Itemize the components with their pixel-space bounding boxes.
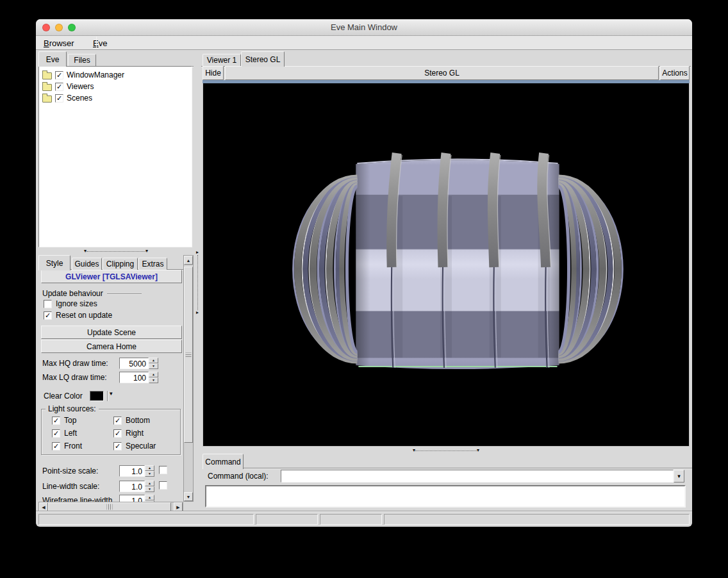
combo-dropdown-icon[interactable]: ▾: [674, 470, 684, 483]
gl-viewport[interactable]: [203, 83, 690, 447]
scroll-right-icon[interactable]: ▶: [174, 502, 183, 511]
light-left-row: ✓ Left: [52, 429, 77, 438]
line-width-spinner: ▲ ▼: [145, 481, 154, 492]
spin-down-icon[interactable]: ▼: [149, 377, 158, 383]
spin-up-icon[interactable]: ▲: [145, 481, 154, 486]
tree-item-viewers[interactable]: ✓ Viewers: [40, 81, 190, 92]
spin-up-icon[interactable]: ▲: [145, 495, 154, 500]
command-combobox: ▾: [281, 470, 684, 483]
light-front-checkbox[interactable]: ✓: [52, 442, 60, 450]
viewer-command-splitter[interactable]: ▾ ▾: [203, 447, 690, 454]
max-lq-label-row: Max LQ draw time:: [42, 373, 107, 382]
line-width-checkbox[interactable]: [159, 481, 167, 490]
glviewer-button[interactable]: GLViewer [TGLSAViewer]: [41, 270, 182, 283]
status-bar: [36, 511, 692, 527]
light-bottom-checkbox[interactable]: ✓: [113, 417, 122, 425]
checkbox-windowmanager[interactable]: ✓: [55, 71, 63, 79]
scrollbar-thumb[interactable]: [184, 267, 193, 443]
wireframe-field[interactable]: 1.0: [119, 495, 145, 502]
spin-up-icon[interactable]: ▲: [149, 372, 158, 377]
splitter-dots: [197, 255, 198, 310]
menu-bar: Browser Eve: [36, 36, 692, 50]
spin-down-icon[interactable]: ▼: [145, 486, 154, 492]
light-specular-checkbox[interactable]: ✓: [113, 442, 122, 450]
menu-eve[interactable]: Eve: [89, 38, 111, 49]
ignore-sizes-checkbox[interactable]: [44, 300, 52, 308]
scroll-left-icon[interactable]: ◀: [39, 502, 48, 511]
tab-clipping[interactable]: Clipping: [103, 258, 138, 270]
command-tabbar: Command: [203, 454, 692, 468]
thumb-grip: [186, 352, 192, 357]
scroll-up-icon[interactable]: ▲: [184, 256, 193, 265]
tab-eve[interactable]: Eve: [38, 51, 67, 67]
tree-item-scenes[interactable]: ✓ Scenes: [40, 92, 190, 104]
actions-button[interactable]: Actions: [660, 66, 690, 80]
spin-up-icon[interactable]: ▲: [149, 358, 158, 363]
tree-item-windowmanager[interactable]: ✓ WindowManager: [40, 69, 190, 81]
tab-extras-label: Extras: [142, 260, 163, 268]
color-dropdown-icon[interactable]: ▾: [110, 390, 113, 397]
tab-viewer-1[interactable]: Viewer 1: [203, 54, 241, 66]
update-scene-button[interactable]: Update Scene: [41, 326, 182, 339]
point-size-spinner: ▲ ▼: [145, 465, 154, 477]
tab-command[interactable]: Command: [203, 454, 244, 469]
max-lq-field[interactable]: 100: [119, 372, 149, 383]
spin-down-icon[interactable]: ▼: [145, 471, 154, 477]
folder-icon: [42, 95, 52, 103]
window-title: Eve Main Window: [36, 22, 692, 32]
max-hq-spinner: ▲ ▼: [149, 358, 158, 369]
hide-button[interactable]: Hide: [203, 66, 224, 80]
reset-on-update-checkbox[interactable]: ✓: [44, 311, 52, 320]
status-cell: [38, 514, 254, 525]
tab-viewer1-label: Viewer 1: [207, 56, 236, 65]
reset-on-update-row: ✓ Reset on update: [44, 311, 112, 320]
command-output: [205, 485, 686, 508]
wireframe-spinner: ▲ ▼: [145, 495, 154, 502]
light-bottom-row: ✓ Bottom: [113, 416, 150, 425]
tab-stereo-gl[interactable]: Stereo GL: [241, 51, 285, 67]
point-size-checkbox[interactable]: [159, 466, 167, 474]
light-left-checkbox[interactable]: ✓: [52, 429, 60, 438]
max-hq-field[interactable]: 5000: [119, 358, 149, 369]
title-bar[interactable]: Eve Main Window: [36, 19, 692, 36]
sidebar-tabbar: Eve Files: [38, 51, 194, 67]
sidebar-viewer-splitter[interactable]: ▸ ▸: [194, 247, 201, 318]
light-top-checkbox[interactable]: ✓: [52, 417, 60, 425]
command-label-row: Command (local):: [208, 472, 269, 481]
scroll-down-icon[interactable]: ▼: [184, 492, 193, 501]
light-right-label: Right: [126, 429, 144, 438]
scrollbar-thumb[interactable]: [48, 502, 171, 511]
tab-files[interactable]: Files: [68, 54, 96, 66]
menu-browser[interactable]: Browser: [40, 38, 78, 49]
command-input[interactable]: [281, 470, 674, 483]
camera-home-button[interactable]: Camera Home: [41, 340, 182, 353]
viewer-title-bar[interactable]: Stereo GL: [225, 66, 659, 80]
spin-down-icon[interactable]: ▼: [149, 363, 158, 369]
tree-item-label: Scenes: [67, 94, 92, 103]
checkbox-viewers[interactable]: ✓: [55, 83, 63, 91]
point-size-field[interactable]: 1.0: [119, 465, 145, 477]
tab-extras[interactable]: Extras: [138, 258, 167, 270]
splitter-dots: [415, 450, 477, 451]
tree-item-label: Viewers: [67, 82, 94, 91]
tab-style[interactable]: Style: [38, 255, 70, 270]
reset-on-update-label: Reset on update: [56, 311, 112, 320]
light-top-label: Top: [64, 416, 76, 425]
tab-files-label: Files: [74, 56, 90, 65]
clear-color-swatch[interactable]: [90, 391, 104, 401]
tab-guides[interactable]: Guides: [72, 258, 102, 270]
splitter-dots: [87, 251, 145, 252]
line-width-field[interactable]: 1.0: [119, 481, 145, 492]
tab-command-label: Command: [205, 458, 240, 467]
tab-guides-label: Guides: [74, 260, 99, 268]
command-panel: Command (local): ▾: [201, 468, 692, 510]
light-left-label: Left: [64, 429, 77, 438]
tab-clipping-label: Clipping: [106, 260, 134, 268]
glviewer-label: GLViewer [TGLSAViewer]: [65, 272, 158, 281]
light-right-checkbox[interactable]: ✓: [113, 429, 122, 438]
tree-style-splitter[interactable]: ▾ ▾: [38, 247, 194, 255]
checkbox-scenes[interactable]: ✓: [55, 94, 63, 103]
style-vertical-scrollbar[interactable]: ▲ ▼: [183, 255, 194, 502]
spin-up-icon[interactable]: ▲: [145, 465, 154, 471]
viewer-title: Stereo GL: [424, 69, 459, 78]
